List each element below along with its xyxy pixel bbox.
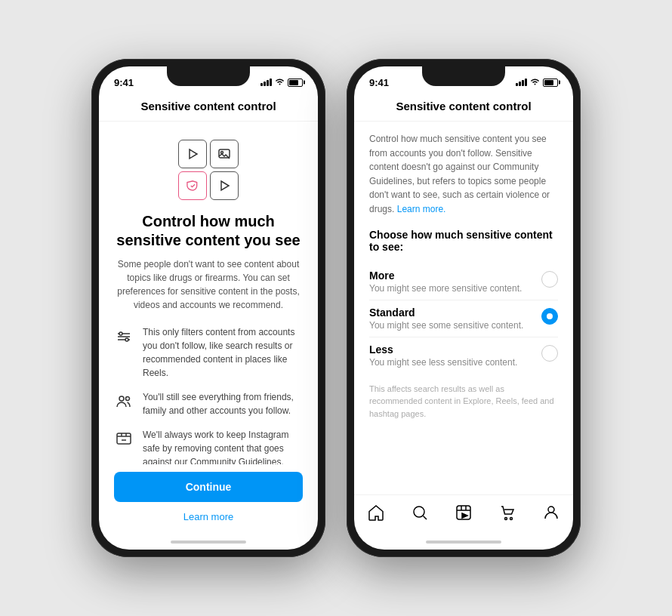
radio-circle-less[interactable] (541, 345, 558, 362)
learn-more-button[interactable]: Learn more (114, 511, 303, 522)
radio-title-standard: Standard (369, 306, 541, 319)
radio-label-less: Less You might see less sensitive conten… (369, 343, 541, 368)
nav-title-2: Sensitive content control (396, 100, 531, 112)
battery-icon-1 (288, 79, 303, 87)
wifi-icon-1 (275, 78, 285, 87)
status-icons-2 (516, 78, 558, 87)
continue-button[interactable]: Continue (114, 472, 303, 502)
phone-2: 9:41 Sen (347, 59, 581, 557)
phone-1-screen: 9:41 Sen (99, 66, 318, 550)
battery-icon-2 (543, 79, 558, 87)
feature-list: This only filters content from accounts … (114, 325, 303, 464)
description-learn-more-link[interactable]: Learn more. (397, 204, 446, 214)
radio-label-standard: Standard You might see some sensitive co… (369, 306, 541, 331)
tab-home[interactable] (362, 501, 390, 524)
svg-point-23 (505, 518, 507, 520)
sub-text: Some people don't want to see content ab… (114, 257, 303, 312)
radio-title-less: Less (369, 343, 541, 356)
svg-point-9 (119, 396, 124, 401)
radio-option-standard[interactable]: Standard You might see some sensitive co… (369, 300, 558, 337)
svg-marker-0 (190, 149, 197, 159)
tab-reels[interactable] (450, 501, 477, 524)
feature-item-2: You'll still see everything from friends… (114, 390, 303, 417)
radio-option-more[interactable]: More You might see more sensitive conten… (369, 263, 558, 300)
affect-text: This affects search results as well as r… (369, 383, 558, 420)
phone2-body: Control how much sensitive content you s… (354, 122, 573, 494)
svg-point-8 (125, 338, 128, 341)
feature-text-1: This only filters content from accounts … (143, 325, 303, 380)
svg-point-10 (126, 397, 130, 401)
radio-subtitle-less: You might see less sensitive content. (369, 357, 541, 368)
shield-grid (178, 140, 239, 200)
feature-item-3: We'll always work to keep Instagram safe… (114, 428, 303, 464)
radio-circle-standard[interactable] (541, 308, 558, 325)
shield-x-icon (114, 430, 134, 449)
signal-icon-2 (516, 79, 527, 86)
main-heading: Control how much sensitive content you s… (114, 212, 303, 250)
radio-title-more: More (369, 270, 541, 282)
home-indicator-1 (99, 534, 318, 550)
phone1-footer: Continue Learn more (99, 464, 318, 534)
description-text: Control how much sensitive content you s… (369, 132, 558, 217)
svg-marker-3 (221, 181, 229, 190)
filter-icon (114, 327, 134, 346)
phone-1: 9:41 Sen (91, 59, 325, 557)
shield-icon-container (174, 140, 242, 200)
nav-header-2: Sensitive content control (354, 94, 573, 122)
svg-point-24 (510, 518, 513, 520)
status-icons-1 (260, 78, 303, 87)
svg-point-7 (119, 332, 122, 335)
svg-point-16 (414, 507, 424, 517)
grid-cell-shield-bottom-left (178, 171, 207, 200)
nav-header-1: Sensitive content control (99, 94, 318, 122)
feature-text-3: We'll always work to keep Instagram safe… (143, 428, 303, 464)
radio-label-more: More You might see more sensitive conten… (369, 270, 541, 294)
feature-text-2: You'll still see everything from friends… (143, 390, 303, 417)
radio-option-less[interactable]: Less You might see less sensitive conten… (369, 337, 558, 374)
phone-2-screen: 9:41 Sen (354, 66, 573, 550)
tab-search[interactable] (406, 501, 433, 524)
grid-cell-play-bottom-right (210, 171, 239, 200)
radio-circle-more[interactable] (541, 271, 558, 288)
phone1-body: Control how much sensitive content you s… (99, 122, 318, 464)
svg-point-2 (221, 152, 223, 154)
phones-container: 9:41 Sen (91, 59, 581, 557)
section-heading: Choose how much sensitive content to see… (369, 229, 558, 253)
wifi-icon-2 (530, 78, 540, 87)
grid-cell-image-top-right (210, 140, 239, 168)
svg-point-25 (548, 507, 554, 513)
signal-icon-1 (260, 79, 272, 86)
home-indicator-2 (354, 534, 573, 550)
screen-content-2: Control how much sensitive content you s… (354, 122, 573, 550)
tab-shop[interactable] (494, 501, 521, 524)
radio-subtitle-more: You might see more sensitive content. (369, 283, 541, 294)
nav-title-1: Sensitive content control (140, 100, 276, 112)
grid-cell-play-top-left (178, 140, 207, 168)
radio-subtitle-standard: You might see some sensitive content. (369, 320, 541, 331)
svg-line-17 (424, 516, 427, 520)
status-time-2: 9:41 (369, 77, 389, 88)
screen-content-1: Control how much sensitive content you s… (99, 122, 318, 550)
status-time-1: 9:41 (114, 77, 134, 88)
svg-rect-11 (117, 433, 131, 444)
svg-marker-22 (462, 513, 467, 518)
tab-profile[interactable] (538, 501, 565, 524)
feature-item-1: This only filters content from accounts … (114, 325, 303, 380)
people-icon (114, 392, 134, 411)
notch-1 (167, 66, 250, 86)
notch-2 (422, 66, 505, 86)
tab-bar (354, 494, 573, 534)
